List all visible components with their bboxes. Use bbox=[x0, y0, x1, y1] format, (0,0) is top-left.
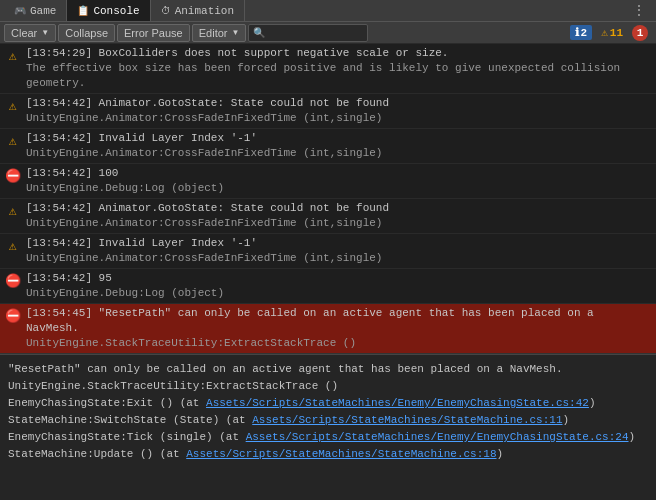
log-line2: UnityEngine.Debug:Log (object) bbox=[26, 181, 652, 196]
info-icon: ℹ bbox=[575, 26, 579, 39]
tab-animation-label: Animation bbox=[175, 5, 234, 17]
error-count: 1 bbox=[637, 27, 644, 39]
log-line2: UnityEngine.StackTraceUtility:ExtractSta… bbox=[26, 336, 652, 351]
detail-link-3[interactable]: Assets/Scripts/StateMachines/Enemy/Enemy… bbox=[246, 431, 629, 443]
animation-icon: ⏱ bbox=[161, 5, 171, 17]
clear-button[interactable]: Clear ▼ bbox=[4, 24, 56, 42]
info-badge[interactable]: ℹ 2 bbox=[570, 25, 593, 40]
console-log-area[interactable]: ⚠ [13:54:29] BoxColliders does not suppo… bbox=[0, 44, 656, 354]
log-line1: [13:54:42] 100 bbox=[26, 166, 652, 181]
error-selected-icon: ⛔ bbox=[4, 306, 22, 324]
warn-icon: ⚠ bbox=[4, 201, 22, 219]
warn-icon: ⚠ bbox=[4, 96, 22, 114]
badge-area: ℹ 2 ⚠ 11 1 bbox=[570, 25, 652, 41]
game-icon: 🎮 bbox=[14, 5, 26, 17]
log-entry[interactable]: ⚠ [13:54:42] Invalid Layer Index '-1' Un… bbox=[0, 129, 656, 164]
tab-game[interactable]: 🎮 Game bbox=[4, 0, 67, 21]
log-line2: UnityEngine.Animator:CrossFadeInFixedTim… bbox=[26, 251, 652, 266]
editor-label: Editor bbox=[199, 27, 228, 39]
log-line1: [13:54:42] Invalid Layer Index '-1' bbox=[26, 236, 652, 251]
warn-count: 11 bbox=[610, 27, 623, 39]
log-entry[interactable]: ⚠ [13:54:42] Invalid Layer Index '-1' Un… bbox=[0, 234, 656, 269]
log-content-selected: [13:54:45] "ResetPath" can only be calle… bbox=[22, 306, 652, 351]
log-line1: [13:54:42] Animator.GotoState: State cou… bbox=[26, 201, 652, 216]
log-content: [13:54:42] Animator.GotoState: State cou… bbox=[22, 201, 652, 231]
log-entry[interactable]: ⚠ [13:54:42] Animator.GotoState: State c… bbox=[0, 199, 656, 234]
search-icon: 🔍 bbox=[253, 27, 265, 39]
collapse-label: Collapse bbox=[65, 27, 108, 39]
detail-line-2: UnityEngine.StackTraceUtility:ExtractSta… bbox=[8, 378, 648, 394]
log-content: [13:54:42] Animator.GotoState: State cou… bbox=[22, 96, 652, 126]
error-pause-label: Error Pause bbox=[124, 27, 183, 39]
detail-link-4[interactable]: Assets/Scripts/StateMachines/StateMachin… bbox=[186, 448, 496, 460]
editor-button[interactable]: Editor ▼ bbox=[192, 24, 247, 42]
log-entry[interactable]: ⛔ [13:54:42] 95 UnityEngine.Debug:Log (o… bbox=[0, 269, 656, 304]
tab-console-label: Console bbox=[93, 5, 139, 17]
detail-line-3: EnemyChasingState:Exit () (at Assets/Scr… bbox=[8, 395, 648, 411]
error-icon: ⛔ bbox=[4, 271, 22, 289]
editor-arrow-icon: ▼ bbox=[231, 28, 239, 37]
tab-bar: 🎮 Game 📋 Console ⏱ Animation ⋮ bbox=[0, 0, 656, 22]
log-line1: [13:54:42] Invalid Layer Index '-1' bbox=[26, 131, 652, 146]
error-icon: ⛔ bbox=[4, 166, 22, 184]
clear-arrow-icon: ▼ bbox=[41, 28, 49, 37]
search-container: 🔍 bbox=[248, 24, 368, 42]
log-content: [13:54:42] Invalid Layer Index '-1' Unit… bbox=[22, 236, 652, 266]
warn-icon: ⚠ bbox=[601, 26, 608, 39]
log-entry[interactable]: ⚠ [13:54:42] Animator.GotoState: State c… bbox=[0, 94, 656, 129]
warn-icon: ⚠ bbox=[4, 46, 22, 64]
info-count: 2 bbox=[581, 27, 588, 39]
log-entry-selected[interactable]: ⛔ [13:54:45] "ResetPath" can only be cal… bbox=[0, 304, 656, 354]
tab-console[interactable]: 📋 Console bbox=[67, 0, 150, 21]
log-content: [13:54:42] 95 UnityEngine.Debug:Log (obj… bbox=[22, 271, 652, 301]
log-line1: [13:54:42] Animator.GotoState: State cou… bbox=[26, 96, 652, 111]
log-line2: UnityEngine.Animator:CrossFadeInFixedTim… bbox=[26, 146, 652, 161]
tab-animation[interactable]: ⏱ Animation bbox=[151, 0, 245, 21]
detail-line-1: "ResetPath" can only be called on an act… bbox=[8, 361, 648, 377]
toolbar: Clear ▼ Collapse Error Pause Editor ▼ 🔍 … bbox=[0, 22, 656, 44]
detail-link-2[interactable]: Assets/Scripts/StateMachines/StateMachin… bbox=[252, 414, 562, 426]
tab-game-label: Game bbox=[30, 5, 56, 17]
log-entry[interactable]: ⚠ [13:54:29] BoxColliders does not suppo… bbox=[0, 44, 656, 94]
log-line1: [13:54:42] 95 bbox=[26, 271, 652, 286]
log-content: [13:54:42] 100 UnityEngine.Debug:Log (ob… bbox=[22, 166, 652, 196]
tab-more-icon[interactable]: ⋮ bbox=[626, 2, 652, 19]
log-line1: [13:54:29] BoxColliders does not support… bbox=[26, 46, 652, 61]
warn-icon: ⚠ bbox=[4, 236, 22, 254]
search-input[interactable] bbox=[265, 27, 365, 39]
detail-line-5: EnemyChasingState:Tick (single) (at Asse… bbox=[8, 429, 648, 445]
log-line2: UnityEngine.Animator:CrossFadeInFixedTim… bbox=[26, 216, 652, 231]
error-pause-button[interactable]: Error Pause bbox=[117, 24, 190, 42]
log-line1: [13:54:45] "ResetPath" can only be calle… bbox=[26, 306, 652, 336]
collapse-button[interactable]: Collapse bbox=[58, 24, 115, 42]
detail-link-1[interactable]: Assets/Scripts/StateMachines/Enemy/Enemy… bbox=[206, 397, 589, 409]
warn-badge[interactable]: ⚠ 11 bbox=[596, 25, 628, 40]
detail-line-4: StateMachine:SwitchState (State) (at Ass… bbox=[8, 412, 648, 428]
log-line2: The effective box size has been forced p… bbox=[26, 61, 652, 91]
warn-icon: ⚠ bbox=[4, 131, 22, 149]
console-icon: 📋 bbox=[77, 5, 89, 17]
log-line2: UnityEngine.Animator:CrossFadeInFixedTim… bbox=[26, 111, 652, 126]
log-content: [13:54:42] Invalid Layer Index '-1' Unit… bbox=[22, 131, 652, 161]
detail-line-6: StateMachine:Update () (at Assets/Script… bbox=[8, 446, 648, 462]
detail-panel: "ResetPath" can only be called on an act… bbox=[0, 354, 656, 500]
log-content: [13:54:29] BoxColliders does not support… bbox=[22, 46, 652, 91]
log-entry[interactable]: ⛔ [13:54:42] 100 UnityEngine.Debug:Log (… bbox=[0, 164, 656, 199]
clear-label: Clear bbox=[11, 27, 37, 39]
log-line2: UnityEngine.Debug:Log (object) bbox=[26, 286, 652, 301]
error-badge[interactable]: 1 bbox=[632, 25, 648, 41]
